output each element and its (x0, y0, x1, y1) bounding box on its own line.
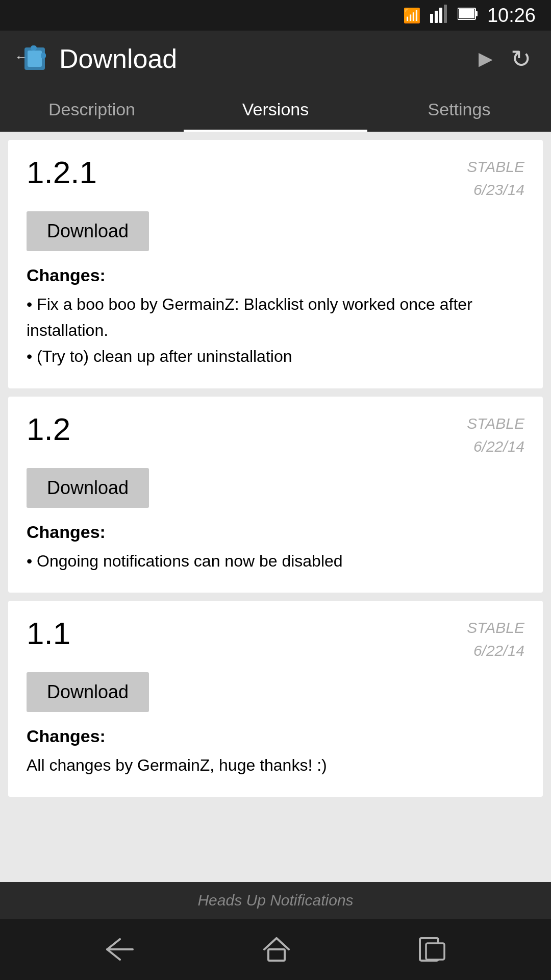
svg-rect-6 (459, 9, 474, 18)
svg-rect-3 (444, 5, 447, 23)
tab-description[interactable]: Description (0, 87, 184, 132)
version-header-11: 1.1 STABLE 6/22/14 (27, 616, 524, 662)
tab-bar: Description Versions Settings (0, 87, 551, 132)
changes-label-121: Changes: (27, 265, 524, 285)
wifi-icon: 📶 (403, 7, 421, 24)
svg-rect-13 (268, 949, 285, 961)
svg-rect-2 (439, 8, 442, 23)
changes-label-12: Changes: (27, 522, 524, 542)
changes-text-121: • Fix a boo boo by GermainZ: Blacklist o… (27, 291, 524, 370)
version-header-12: 1.2 STABLE 6/22/14 (27, 412, 524, 458)
status-bar: 📶 10:26 (0, 0, 551, 31)
app-bar: ← Download ▶ ↻ (0, 31, 551, 87)
version-number-121: 1.2.1 (27, 155, 97, 190)
changes-label-11: Changes: (27, 726, 524, 746)
refresh-button[interactable]: ↻ (503, 41, 539, 77)
tab-versions[interactable]: Versions (184, 87, 367, 132)
back-button[interactable] (105, 937, 135, 962)
download-button-11[interactable]: Download (27, 672, 149, 712)
svg-rect-15 (426, 943, 444, 960)
signal-icon (430, 5, 448, 27)
version-card-121: 1.2.1 STABLE 6/23/14 Download Changes: •… (8, 140, 543, 388)
version-header-121: 1.2.1 STABLE 6/23/14 (27, 155, 524, 201)
version-card-12: 1.2 STABLE 6/22/14 Download Changes: • O… (8, 397, 543, 593)
status-icons: 📶 10:26 (403, 5, 536, 27)
recents-button[interactable] (418, 936, 446, 963)
nav-bar (0, 919, 551, 980)
svg-rect-1 (435, 11, 438, 23)
changes-text-12: • Ongoing notifications can now be disab… (27, 548, 524, 574)
version-number-12: 1.2 (27, 412, 70, 447)
svg-rect-9 (28, 51, 42, 67)
app-title: Download (59, 43, 463, 74)
footer-bar: Heads Up Notifications (0, 882, 551, 919)
download-button-121[interactable]: Download (27, 211, 149, 251)
changes-text-11: All changes by GermainZ, huge thanks! :) (27, 752, 524, 778)
svg-rect-0 (430, 14, 433, 23)
versions-list: 1.2.1 STABLE 6/23/14 Download Changes: •… (0, 132, 551, 882)
svg-rect-10 (31, 45, 37, 51)
app-logo: ← (12, 40, 49, 77)
version-meta-12: STABLE 6/22/14 (467, 412, 524, 458)
version-meta-121: STABLE 6/23/14 (467, 155, 524, 201)
status-time: 10:26 (487, 5, 536, 27)
battery-icon (458, 7, 478, 24)
version-meta-11: STABLE 6/22/14 (467, 616, 524, 662)
svg-rect-11 (41, 53, 46, 59)
version-card-11: 1.1 STABLE 6/22/14 Download Changes: All… (8, 601, 543, 797)
download-button-12[interactable]: Download (27, 468, 149, 508)
footer-text: Heads Up Notifications (197, 892, 353, 909)
play-icon: ▶ (479, 48, 493, 69)
tab-settings[interactable]: Settings (367, 87, 551, 132)
home-button[interactable] (262, 936, 291, 963)
refresh-icon: ↻ (511, 44, 531, 73)
version-number-11: 1.1 (27, 616, 70, 651)
svg-rect-5 (475, 11, 478, 16)
